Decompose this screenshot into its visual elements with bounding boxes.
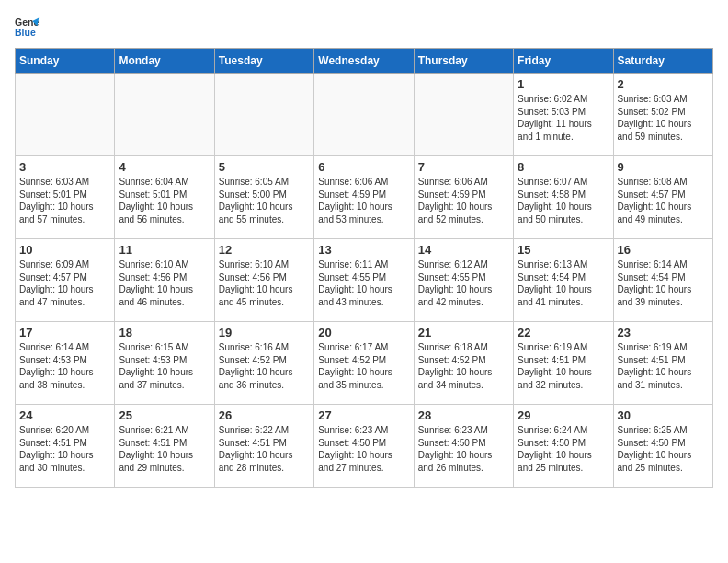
- weekday-header-saturday: Saturday: [613, 49, 712, 74]
- day-number: 20: [318, 326, 409, 339]
- day-info: Sunrise: 6:22 AM Sunset: 4:51 PM Dayligh…: [219, 424, 310, 474]
- logo: General Blue: [15, 15, 44, 40]
- calendar-cell: 11Sunrise: 6:10 AM Sunset: 4:56 PM Dayli…: [115, 239, 214, 322]
- calendar-cell: 13Sunrise: 6:11 AM Sunset: 4:55 PM Dayli…: [314, 239, 414, 322]
- day-number: 7: [418, 160, 509, 174]
- page-header: General Blue: [15, 15, 713, 40]
- calendar-cell: 16Sunrise: 6:14 AM Sunset: 4:54 PM Dayli…: [613, 239, 712, 322]
- day-info: Sunrise: 6:17 AM Sunset: 4:52 PM Dayligh…: [318, 341, 409, 391]
- day-info: Sunrise: 6:19 AM Sunset: 4:51 PM Dayligh…: [618, 341, 709, 391]
- day-info: Sunrise: 6:20 AM Sunset: 4:51 PM Dayligh…: [19, 424, 110, 474]
- day-number: 14: [418, 243, 509, 257]
- calendar-cell: 30Sunrise: 6:25 AM Sunset: 4:50 PM Dayli…: [613, 405, 712, 488]
- day-info: Sunrise: 6:13 AM Sunset: 4:54 PM Dayligh…: [518, 259, 609, 308]
- day-number: 27: [318, 408, 409, 422]
- weekday-header-friday: Friday: [514, 49, 613, 74]
- day-number: 16: [618, 243, 709, 257]
- calendar-cell: 28Sunrise: 6:23 AM Sunset: 4:50 PM Dayli…: [414, 405, 513, 488]
- day-info: Sunrise: 6:06 AM Sunset: 4:59 PM Dayligh…: [318, 176, 409, 225]
- day-info: Sunrise: 6:15 AM Sunset: 4:53 PM Dayligh…: [119, 341, 210, 391]
- day-number: 25: [119, 408, 210, 422]
- day-number: 12: [219, 243, 310, 257]
- calendar-cell: 18Sunrise: 6:15 AM Sunset: 4:53 PM Dayli…: [115, 322, 214, 405]
- calendar-cell: 17Sunrise: 6:14 AM Sunset: 4:53 PM Dayli…: [16, 322, 115, 405]
- day-number: 3: [19, 160, 110, 174]
- day-info: Sunrise: 6:04 AM Sunset: 5:01 PM Dayligh…: [119, 176, 210, 225]
- calendar-cell: 27Sunrise: 6:23 AM Sunset: 4:50 PM Dayli…: [314, 405, 414, 488]
- calendar-cell: 24Sunrise: 6:20 AM Sunset: 4:51 PM Dayli…: [16, 405, 115, 488]
- day-number: 23: [618, 326, 709, 339]
- day-info: Sunrise: 6:03 AM Sunset: 5:01 PM Dayligh…: [19, 176, 110, 225]
- day-number: 17: [19, 326, 110, 339]
- calendar-cell: 23Sunrise: 6:19 AM Sunset: 4:51 PM Dayli…: [613, 322, 712, 405]
- day-info: Sunrise: 6:06 AM Sunset: 4:59 PM Dayligh…: [418, 176, 509, 225]
- calendar-cell: 29Sunrise: 6:24 AM Sunset: 4:50 PM Dayli…: [514, 405, 613, 488]
- weekday-header-wednesday: Wednesday: [314, 49, 414, 74]
- day-number: 15: [518, 243, 609, 257]
- calendar-cell: 1Sunrise: 6:02 AM Sunset: 5:03 PM Daylig…: [514, 74, 613, 156]
- day-info: Sunrise: 6:16 AM Sunset: 4:52 PM Dayligh…: [219, 341, 310, 391]
- day-info: Sunrise: 6:10 AM Sunset: 4:56 PM Dayligh…: [119, 259, 210, 308]
- calendar-cell: 20Sunrise: 6:17 AM Sunset: 4:52 PM Dayli…: [314, 322, 414, 405]
- weekday-header-thursday: Thursday: [414, 49, 513, 74]
- day-info: Sunrise: 6:14 AM Sunset: 4:54 PM Dayligh…: [618, 259, 709, 308]
- day-info: Sunrise: 6:02 AM Sunset: 5:03 PM Dayligh…: [518, 93, 609, 143]
- calendar-cell: [16, 74, 115, 156]
- calendar-cell: 19Sunrise: 6:16 AM Sunset: 4:52 PM Dayli…: [214, 322, 313, 405]
- day-number: 4: [119, 160, 210, 174]
- day-number: 8: [518, 160, 609, 174]
- day-info: Sunrise: 6:14 AM Sunset: 4:53 PM Dayligh…: [19, 341, 110, 391]
- day-number: 10: [19, 243, 110, 257]
- day-info: Sunrise: 6:25 AM Sunset: 4:50 PM Dayligh…: [618, 424, 709, 474]
- calendar-cell: 26Sunrise: 6:22 AM Sunset: 4:51 PM Dayli…: [214, 405, 313, 488]
- day-number: 30: [618, 408, 709, 422]
- day-number: 13: [318, 243, 409, 257]
- calendar-cell: 21Sunrise: 6:18 AM Sunset: 4:52 PM Dayli…: [414, 322, 513, 405]
- calendar-cell: 22Sunrise: 6:19 AM Sunset: 4:51 PM Dayli…: [514, 322, 613, 405]
- calendar-cell: 8Sunrise: 6:07 AM Sunset: 4:58 PM Daylig…: [514, 156, 613, 239]
- weekday-header-tuesday: Tuesday: [214, 49, 313, 74]
- day-number: 18: [119, 326, 210, 339]
- calendar-cell: [214, 74, 313, 156]
- calendar-cell: [314, 74, 414, 156]
- day-number: 28: [418, 408, 509, 422]
- day-number: 9: [618, 160, 709, 174]
- calendar-week-row-3: 10Sunrise: 6:09 AM Sunset: 4:57 PM Dayli…: [16, 239, 713, 322]
- day-info: Sunrise: 6:08 AM Sunset: 4:57 PM Dayligh…: [618, 176, 709, 225]
- calendar-cell: 14Sunrise: 6:12 AM Sunset: 4:55 PM Dayli…: [414, 239, 513, 322]
- calendar-cell: 25Sunrise: 6:21 AM Sunset: 4:51 PM Dayli…: [115, 405, 214, 488]
- calendar-cell: 12Sunrise: 6:10 AM Sunset: 4:56 PM Dayli…: [214, 239, 313, 322]
- day-number: 6: [318, 160, 409, 174]
- day-number: 24: [19, 408, 110, 422]
- calendar-week-row-4: 17Sunrise: 6:14 AM Sunset: 4:53 PM Dayli…: [16, 322, 713, 405]
- logo-icon: General Blue: [15, 15, 40, 40]
- day-info: Sunrise: 6:18 AM Sunset: 4:52 PM Dayligh…: [418, 341, 509, 391]
- day-info: Sunrise: 6:03 AM Sunset: 5:02 PM Dayligh…: [618, 93, 709, 143]
- day-number: 1: [518, 77, 609, 91]
- calendar-cell: 15Sunrise: 6:13 AM Sunset: 4:54 PM Dayli…: [514, 239, 613, 322]
- day-number: 2: [618, 77, 709, 91]
- day-number: 5: [219, 160, 310, 174]
- calendar-week-row-1: 1Sunrise: 6:02 AM Sunset: 5:03 PM Daylig…: [16, 74, 713, 156]
- svg-text:Blue: Blue: [15, 27, 36, 38]
- day-info: Sunrise: 6:12 AM Sunset: 4:55 PM Dayligh…: [418, 259, 509, 308]
- calendar-cell: 9Sunrise: 6:08 AM Sunset: 4:57 PM Daylig…: [613, 156, 712, 239]
- day-info: Sunrise: 6:09 AM Sunset: 4:57 PM Dayligh…: [19, 259, 110, 308]
- calendar-cell: 7Sunrise: 6:06 AM Sunset: 4:59 PM Daylig…: [414, 156, 513, 239]
- calendar-cell: [414, 74, 513, 156]
- calendar-cell: 10Sunrise: 6:09 AM Sunset: 4:57 PM Dayli…: [16, 239, 115, 322]
- day-info: Sunrise: 6:21 AM Sunset: 4:51 PM Dayligh…: [119, 424, 210, 474]
- weekday-header-sunday: Sunday: [16, 49, 115, 74]
- weekday-header-row: SundayMondayTuesdayWednesdayThursdayFrid…: [16, 49, 713, 74]
- weekday-header-monday: Monday: [115, 49, 214, 74]
- calendar-week-row-2: 3Sunrise: 6:03 AM Sunset: 5:01 PM Daylig…: [16, 156, 713, 239]
- calendar-cell: 5Sunrise: 6:05 AM Sunset: 5:00 PM Daylig…: [214, 156, 313, 239]
- day-number: 21: [418, 326, 509, 339]
- day-info: Sunrise: 6:11 AM Sunset: 4:55 PM Dayligh…: [318, 259, 409, 308]
- calendar-cell: 3Sunrise: 6:03 AM Sunset: 5:01 PM Daylig…: [16, 156, 115, 239]
- day-info: Sunrise: 6:05 AM Sunset: 5:00 PM Dayligh…: [219, 176, 310, 225]
- day-number: 19: [219, 326, 310, 339]
- calendar-table: SundayMondayTuesdayWednesdayThursdayFrid…: [15, 48, 713, 488]
- calendar-cell: 2Sunrise: 6:03 AM Sunset: 5:02 PM Daylig…: [613, 74, 712, 156]
- day-info: Sunrise: 6:10 AM Sunset: 4:56 PM Dayligh…: [219, 259, 310, 308]
